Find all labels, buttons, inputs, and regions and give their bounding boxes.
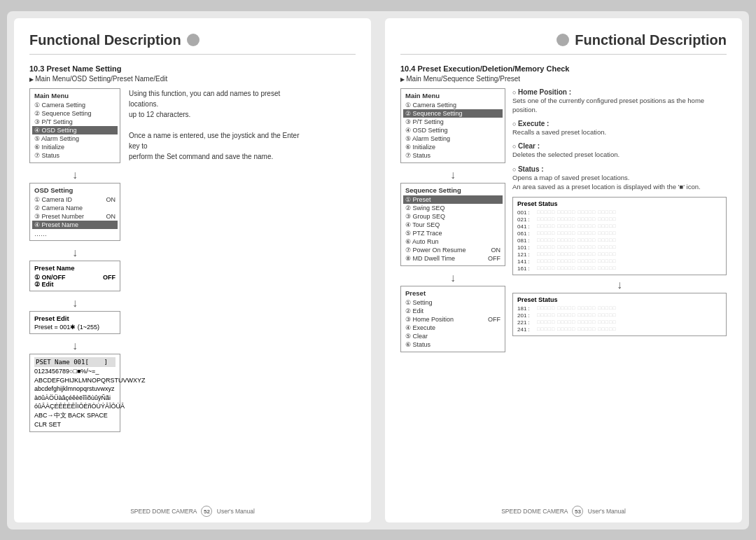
osd-preset-number: ③ Preset NumberON	[34, 212, 115, 221]
left-page-number: 52	[201, 506, 212, 517]
left-footer-manual: User's Manual	[217, 508, 255, 515]
status-row-101: 101 :□□□□□ □□□□□ □□□□□ □□□□□	[517, 244, 722, 251]
status-row-001: 001 :□□□□□ □□□□□ □□□□□ □□□□□	[517, 209, 722, 216]
seq-auto: ⑥ Auto Run	[405, 237, 500, 246]
status-row-081: 081 :□□□□□ □□□□□ □□□□□ □□□□□	[517, 237, 722, 244]
right-menu-status: ⑦ Status	[405, 151, 500, 160]
status-row-221: 221 :□□□□□ □□□□□ □□□□□ □□□□□	[517, 319, 722, 326]
preset-execute: ④ Execute	[405, 324, 500, 332]
desc-execute-label: Execute :	[512, 120, 727, 127]
desc-clear-label: Clear :	[512, 142, 727, 150]
right-footer: SPEED DOME CAMERA 53 User's Manual	[385, 506, 742, 517]
description-text: Using this function, you can add names t…	[129, 88, 311, 162]
pset-box: PSET Name 001[ ] 0123456789○□■%/~=_ ABCD…	[29, 354, 120, 433]
menu-item-camera-setting: ① Camera Setting	[34, 101, 115, 109]
right-menu-init: ⑥ Initialize	[405, 143, 500, 151]
right-footer-manual: User's Manual	[588, 508, 626, 515]
desc-home-label: Home Position :	[512, 88, 727, 96]
pset-chars-6: ABC→中文 BACK SPACE CLR SET	[34, 411, 115, 429]
status-row-141: 141 :□□□□□ □□□□□ □□□□□ □□□□□	[517, 258, 722, 265]
preset-edit: ② Edit	[34, 281, 115, 288]
status-row-181: 181 :□□□□□ □□□□□ □□□□□ □□□□□	[517, 305, 722, 312]
right-arrow-3: ↓	[512, 279, 727, 291]
preset-edit-content: Preset = 001✱ (1~255)	[34, 324, 115, 331]
right-section-path: Main Menu/Sequence Setting/Preset	[400, 75, 727, 83]
right-arrow-1: ↓	[400, 169, 505, 181]
desc-status-label: Status :	[512, 165, 727, 173]
seq-swing: ② Swing SEQ	[405, 204, 500, 212]
arrow-down-1: ↓	[29, 169, 120, 181]
preset-setting: ① Setting	[405, 298, 500, 307]
desc-line-3: Once a name is entered, use the joystick…	[129, 132, 299, 150]
osd-dots: ……	[34, 230, 115, 237]
right-content-area: Main Menu ① Camera Setting ② Sequence Se…	[400, 88, 727, 356]
right-panel: Functional Description 10.4 Preset Execu…	[385, 18, 742, 522]
right-menu-osd: ④ OSD Setting	[405, 126, 500, 134]
left-footer-brand: SPEED DOME CAMERA	[130, 508, 197, 515]
left-menus-col: Main Menu ① Camera Setting ② Sequence Se…	[29, 88, 120, 436]
seq-tour: ④ Tour SEQ	[405, 221, 500, 229]
menu-item-osd-setting: ④ OSD Setting	[32, 126, 118, 134]
preset-status-box-1: Preset Status 001 :□□□□□ □□□□□ □□□□□ □□□…	[512, 197, 727, 275]
right-arrow-2: ↓	[400, 272, 505, 284]
status-row-241: 241 :□□□□□ □□□□□ □□□□□ □□□□□	[517, 326, 722, 333]
preset-status-box-2: Preset Status 181 :□□□□□ □□□□□ □□□□□ □□□…	[512, 293, 727, 336]
right-main-menu-box: Main Menu ① Camera Setting ② Sequence Se…	[400, 88, 505, 163]
seq-dwell: ⑧ MD Dwell TimeOFF	[405, 254, 500, 263]
left-panel-title: Functional Description	[29, 32, 181, 48]
desc-line-4: perform the Set command and save the nam…	[129, 153, 273, 160]
preset-status: ⑥ Status	[405, 340, 500, 349]
status-row-201: 201 :□□□□□ □□□□□ □□□□□ □□□□□	[517, 312, 722, 319]
left-content-area: Main Menu ① Camera Setting ② Sequence Se…	[29, 88, 356, 436]
right-main-menu-title: Main Menu	[405, 92, 500, 99]
pset-chars-2: ABCDEFGHIJKLMNOPQRSTUVWXYZ	[34, 376, 115, 385]
left-panel: Functional Description 10.3 Preset Name …	[14, 18, 371, 522]
desc-clear: Clear : Deletes the selected preset loca…	[512, 142, 727, 159]
preset-status-1-title: Preset Status	[517, 200, 722, 207]
menu-item-status: ⑦ Status	[34, 151, 115, 160]
menu-item-pt-setting: ③ P/T Setting	[34, 118, 115, 126]
arrow-down-2: ↓	[29, 247, 120, 258]
seq-ptz: ⑤ PTZ Trace	[405, 229, 500, 237]
right-panel-header: Functional Description	[400, 32, 727, 55]
preset-edit-item: ② Edit	[405, 307, 500, 315]
preset-box: Preset ① Setting ② Edit ③ Home PositionO…	[400, 286, 505, 352]
desc-line-1: Using this function, you can add names t…	[129, 90, 280, 108]
menu-item-alarm-setting: ⑤ Alarm Setting	[34, 134, 115, 143]
preset-edit-box: Preset Edit Preset = 001✱ (1~255)	[29, 311, 120, 334]
preset-clear: ⑤ Clear	[405, 332, 500, 340]
pset-chars-3: abcdefghijklmnopqrstuvwxyz	[34, 385, 115, 394]
desc-home-text: Sets one of the currently configured pre…	[512, 96, 727, 115]
osd-camera-name: ② Camera Name	[34, 204, 115, 212]
left-section-path: Main Menu/OSD Setting/Preset Name/Edit	[29, 75, 356, 83]
status-row-121: 121 :□□□□□ □□□□□ □□□□□ □□□□□	[517, 251, 722, 258]
desc-line-2: up to 12 characters.	[129, 111, 190, 118]
preset-home: ③ Home PositionOFF	[405, 315, 500, 324]
seq-group: ③ Group SEQ	[405, 212, 500, 221]
arrow-down-4: ↓	[29, 340, 120, 352]
left-section-number: 10.3 Preset Name Setting	[29, 64, 356, 73]
right-header-circle	[556, 34, 569, 46]
left-description-col: Using this function, you can add names t…	[129, 88, 356, 436]
right-section-number: 10.4 Preset Execution/Deletion/Memory Ch…	[400, 64, 727, 73]
preset-name-title: Preset Name	[34, 264, 115, 272]
right-menu-camera: ① Camera Setting	[405, 101, 500, 109]
right-menu-sequence: ② Sequence Setting	[403, 109, 503, 118]
pset-input-line: PSET Name 001[ ]	[34, 357, 115, 368]
menu-item-sequence-setting: ② Sequence Setting	[34, 109, 115, 118]
preset-title: Preset	[405, 289, 500, 297]
pset-chars-5: óûÂÀÇÉÊÈÈÊÎïÔÈñÒÙÝÂÎÔÙÂ	[34, 402, 115, 411]
seq-power: ⑦ Power On ResumeON	[405, 246, 500, 254]
main-menu-title: Main Menu	[34, 92, 115, 99]
osd-preset-name: ④ Preset Name	[32, 221, 118, 229]
right-footer-brand: SPEED DOME CAMERA	[501, 508, 568, 515]
right-menus-col: Main Menu ① Camera Setting ② Sequence Se…	[400, 88, 505, 356]
desc-status: Status : Opens a map of saved preset loc…	[512, 165, 727, 192]
main-menu-box: Main Menu ① Camera Setting ② Sequence Se…	[29, 88, 120, 163]
left-panel-header: Functional Description	[29, 32, 356, 55]
sequence-setting-title: Sequence Setting	[405, 186, 500, 194]
sequence-setting-box: Sequence Setting ① Preset ② Swing SEQ ③ …	[400, 183, 505, 266]
arrow-down-3: ↓	[29, 298, 120, 309]
osd-setting-title: OSD Setting	[34, 186, 115, 194]
status-row-021: 021 :□□□□□ □□□□□ □□□□□ □□□□□	[517, 216, 722, 223]
